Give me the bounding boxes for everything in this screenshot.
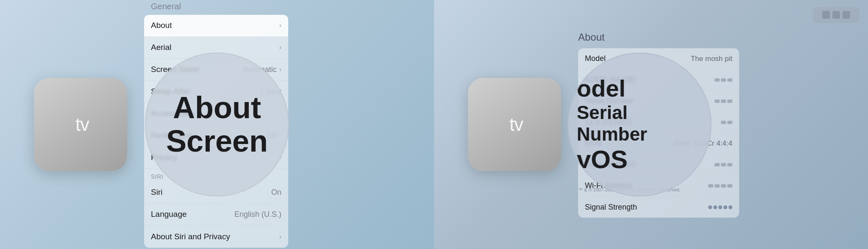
wifi-address-value [708, 184, 732, 188]
apple-tv-logo-left: tv [72, 114, 89, 135]
dot-3 [727, 78, 732, 82]
tv-text-right: tv [509, 114, 523, 135]
settings-item-about-siri[interactable]: About Siri and Privacy › [144, 226, 288, 248]
dot-1 [715, 78, 720, 82]
settings-item-about[interactable]: About › [144, 15, 288, 37]
magnify-content-right: odel Serial Number vOS [568, 75, 711, 174]
magnify-content-left: About Screen [166, 91, 268, 158]
waddr-dot-3 [721, 184, 726, 188]
settings-item-language[interactable]: Language English (U.S.) [144, 204, 288, 226]
magnify-tvos-text: vOS [577, 145, 702, 174]
remote-icon [813, 7, 860, 23]
signal-value [708, 205, 732, 209]
wifi-network-value [715, 163, 732, 166]
sig-dot-3 [718, 205, 722, 209]
magnify-screen-text: Screen [166, 125, 268, 158]
magnify-circle-left: About Screen [145, 53, 289, 196]
language-label: Language [151, 210, 187, 219]
wifi-dot-2 [721, 163, 726, 166]
aerial-label: Aerial [151, 43, 172, 52]
about-chevron: › [279, 22, 281, 29]
remote-btn-2 [832, 11, 840, 19]
a1625-value [715, 78, 732, 82]
left-panel: tv General About › Aerial › Screen Saver… [0, 0, 434, 249]
waddr-dot-4 [727, 184, 732, 188]
model-label: Model [585, 54, 606, 63]
sig-dot-5 [729, 205, 732, 209]
sig-dot-1 [708, 205, 712, 209]
about-siri-chevron: › [279, 233, 281, 241]
sig-dot-4 [723, 205, 727, 209]
tvos-dot-1 [721, 121, 726, 124]
section-title-left: General [144, 2, 434, 11]
magnify-circle-right: odel Serial Number vOS [568, 53, 712, 196]
aerial-value: › [279, 44, 281, 51]
magnify-serial-text: Serial Number [577, 102, 702, 145]
right-panel: tv About Model The mosh pit A1625 (64 GB… [434, 0, 868, 249]
remote-btn-1 [822, 11, 830, 19]
model-value: The mosh pit [691, 55, 732, 63]
signal-label: Signal Strength [585, 203, 637, 212]
tvos-dot-2 [727, 121, 732, 124]
tv-text-left: tv [75, 114, 89, 135]
magnify-about-text: About [166, 91, 268, 125]
waddr-dot-2 [715, 184, 720, 188]
magnify-model-text: odel [577, 75, 702, 102]
about-label: About [151, 21, 172, 30]
about-siri-label: About Siri and Privacy [151, 232, 230, 241]
wifi-dot-1 [715, 163, 720, 166]
about-item-signal: Signal Strength [578, 196, 739, 218]
siri-label: Siri [151, 188, 162, 197]
wifi-dot-3 [727, 163, 732, 166]
serial-dot-3 [727, 100, 732, 103]
siri-value: On [271, 188, 281, 197]
language-value: English (U.S.) [234, 210, 281, 219]
apple-tv-logo-right: tv [506, 114, 523, 135]
serial-dot-2 [721, 100, 726, 103]
waddr-dot-1 [708, 184, 713, 188]
sig-dot-2 [713, 205, 717, 209]
remote-btn-3 [843, 11, 850, 19]
serial-value [715, 100, 732, 103]
apple-tv-device-right: tv [468, 78, 561, 171]
dot-2 [721, 78, 726, 82]
serial-dot-1 [715, 100, 720, 103]
tvos-version-value [721, 121, 732, 124]
apple-tv-device-left: tv [34, 78, 127, 171]
about-title: About [578, 31, 868, 43]
